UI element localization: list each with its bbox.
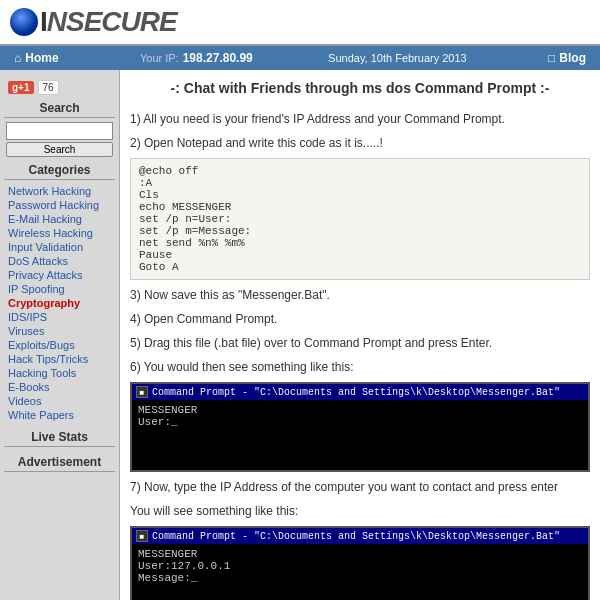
main-content: -: Chat with Friends through ms dos Comm…: [120, 70, 600, 600]
sidebar-item-wireless-hacking[interactable]: Wireless Hacking: [4, 226, 115, 240]
step7-line2: You will see something like this:: [130, 502, 590, 520]
cmd-title-2: Command Prompt - "C:\Documents and Setti…: [152, 531, 560, 542]
nav-ip-value: 198.27.80.99: [183, 51, 253, 65]
sidebar-item-viruses[interactable]: Viruses: [4, 324, 115, 338]
sidebar-item-cryptography[interactable]: Cryptography: [4, 296, 115, 310]
logo[interactable]: INSECURE: [10, 6, 177, 38]
ad-section: Advertisement: [4, 455, 115, 472]
categories-title: Categories: [4, 163, 115, 180]
sidebar-item-password-hacking[interactable]: Password Hacking: [4, 198, 115, 212]
cmd-titlebar-1: ■ Command Prompt - "C:\Documents and Set…: [132, 384, 588, 400]
logo-icon: [10, 8, 38, 36]
search-section: Search: [6, 122, 113, 157]
blog-icon: □: [548, 51, 555, 65]
nav-ip-label: Your IP:: [140, 52, 179, 64]
sidebar-item-videos[interactable]: Videos: [4, 394, 115, 408]
ad-title: Advertisement: [4, 455, 115, 472]
sidebar-item-input-validation[interactable]: Input Validation: [4, 240, 115, 254]
live-stats-title: Live Stats: [4, 430, 115, 447]
gplus-count: 76: [38, 80, 59, 95]
logo-text: INSECURE: [40, 6, 177, 38]
cmd-icon-1: ■: [136, 386, 148, 398]
sidebar: g+1 76 Search Search Categories Network …: [0, 70, 120, 600]
gplus-button[interactable]: g+1: [8, 81, 34, 94]
step6: 6) You would then see something like thi…: [130, 358, 590, 376]
site-header: INSECURE: [0, 0, 600, 46]
code-block: @echo off :A Cls echo MESSENGER set /p n…: [130, 158, 590, 280]
sidebar-item-ip-spoofing[interactable]: IP Spoofing: [4, 282, 115, 296]
nav-ip-section: Your IP: 198.27.80.99: [140, 51, 253, 65]
sidebar-item-hack-tips-tricks[interactable]: Hack Tips/Tricks: [4, 352, 115, 366]
search-input[interactable]: [6, 122, 113, 140]
cmd-screenshot-2: ■ Command Prompt - "C:\Documents and Set…: [130, 526, 590, 600]
sidebar-item-privacy-attacks[interactable]: Privacy Attacks: [4, 268, 115, 282]
nav-home-label: Home: [25, 51, 58, 65]
cmd-icon-2: ■: [136, 530, 148, 542]
live-stats-section: Live Stats: [4, 430, 115, 447]
navbar: ⌂ Home Your IP: 198.27.80.99 Sunday, 10t…: [0, 46, 600, 70]
sidebar-item-hacking-tools[interactable]: Hacking Tools: [4, 366, 115, 380]
cmd-titlebar-2: ■ Command Prompt - "C:\Documents and Set…: [132, 528, 588, 544]
sidebar-item-white-papers[interactable]: White Papers: [4, 408, 115, 422]
cmd-screenshot-1: ■ Command Prompt - "C:\Documents and Set…: [130, 382, 590, 472]
nav-blog-label: Blog: [559, 51, 586, 65]
sidebar-item-ebooks[interactable]: E-Books: [4, 380, 115, 394]
gplus-section: g+1 76: [4, 80, 115, 95]
cmd-body-2: MESSENGER User:127.0.0.1 Message:_: [132, 544, 588, 600]
logo-prefix: I: [40, 6, 47, 37]
step3: 3) Now save this as "Messenger.Bat".: [130, 286, 590, 304]
sidebar-item-network-hacking[interactable]: Network Hacking: [4, 184, 115, 198]
article-title: -: Chat with Friends through ms dos Comm…: [130, 76, 590, 100]
sidebar-item-exploits-bugs[interactable]: Exploits/Bugs: [4, 338, 115, 352]
nav-blog[interactable]: □ Blog: [542, 49, 592, 67]
home-icon: ⌂: [14, 51, 21, 65]
step5: 5) Drag this file (.bat file) over to Co…: [130, 334, 590, 352]
cmd-title-1: Command Prompt - "C:\Documents and Setti…: [152, 387, 560, 398]
step2: 2) Open Notepad and write this code as i…: [130, 134, 590, 152]
sidebar-item-dos-attacks[interactable]: DoS Attacks: [4, 254, 115, 268]
sidebar-item-email-hacking[interactable]: E-Mail Hacking: [4, 212, 115, 226]
step4: 4) Open Command Prompt.: [130, 310, 590, 328]
categories-list: Network Hacking Password Hacking E-Mail …: [4, 184, 115, 422]
search-section-title: Search: [4, 101, 115, 118]
cmd-body-1: MESSENGER User:_: [132, 400, 588, 470]
search-button[interactable]: Search: [6, 142, 113, 157]
sidebar-item-ids-ips[interactable]: IDS/IPS: [4, 310, 115, 324]
step1: 1) All you need is your friend's IP Addr…: [130, 110, 590, 128]
nav-home[interactable]: ⌂ Home: [8, 49, 65, 67]
layout: g+1 76 Search Search Categories Network …: [0, 70, 600, 600]
nav-date: Sunday, 10th February 2013: [328, 52, 467, 64]
step7-line1: 7) Now, type the IP Address of the compu…: [130, 478, 590, 496]
